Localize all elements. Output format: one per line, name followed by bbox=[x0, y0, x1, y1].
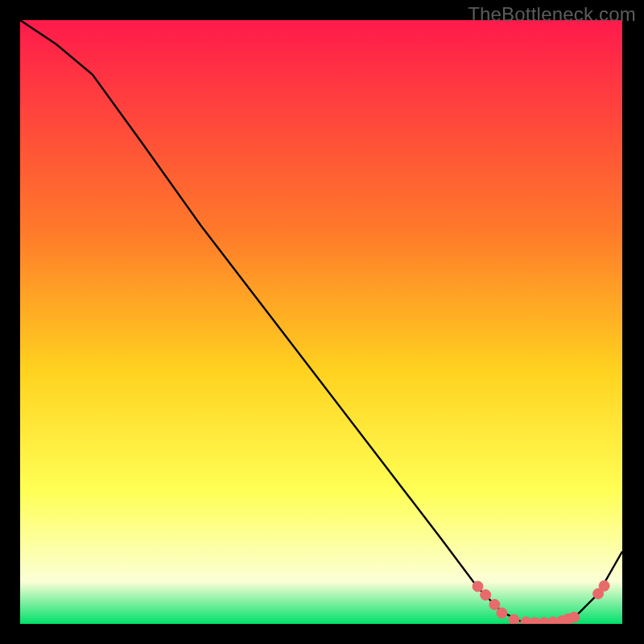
data-dot bbox=[599, 580, 609, 591]
data-dot bbox=[489, 600, 500, 610]
data-dot bbox=[569, 612, 580, 622]
data-dot bbox=[509, 614, 519, 624]
chart-frame: TheBottleneck.com bbox=[0, 0, 644, 644]
plot-area bbox=[20, 20, 622, 624]
gradient-background bbox=[20, 20, 622, 624]
watermark-text: TheBottleneck.com bbox=[468, 3, 636, 26]
data-dot bbox=[481, 590, 491, 601]
data-dot bbox=[497, 608, 507, 618]
chart-svg bbox=[20, 20, 622, 624]
data-dot bbox=[473, 581, 483, 592]
